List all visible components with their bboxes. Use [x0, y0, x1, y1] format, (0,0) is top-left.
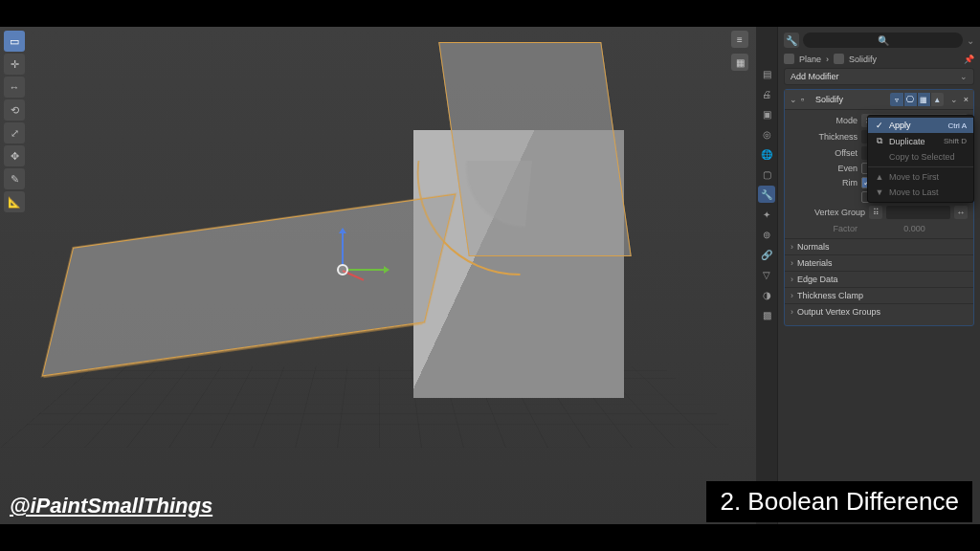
- toggle-editmode[interactable]: ▦: [917, 93, 930, 106]
- select-icon: ▭: [10, 35, 19, 48]
- constraints-icon: 🔗: [761, 250, 772, 260]
- tool-select-box[interactable]: ▭: [4, 31, 25, 52]
- vertex-group-invert-button[interactable]: ↔: [954, 206, 968, 219]
- tool-measure[interactable]: 📐: [4, 191, 25, 212]
- label-factor: Factor: [804, 224, 858, 233]
- modifier-name[interactable]: Solidify: [815, 95, 886, 104]
- subpanel-normals[interactable]: Normals: [785, 238, 973, 254]
- ctx-duplicate-shortcut: Shift D: [944, 137, 967, 145]
- mesh-plane-vertical[interactable]: [438, 42, 631, 256]
- tab-object-data[interactable]: ▽: [758, 266, 775, 283]
- subpanel-thickness-clamp[interactable]: Thickness Clamp: [785, 287, 973, 303]
- breadcrumb: Plane › Solidify 📌: [784, 54, 974, 64]
- annotate-icon: ✎: [11, 173, 19, 186]
- tool-transform[interactable]: ✥: [4, 145, 25, 166]
- watermark-text: @iPaintSmallThings: [10, 494, 212, 518]
- label-thickness: Thickness: [804, 132, 858, 142]
- duplicate-icon: ⧉: [875, 136, 884, 146]
- gizmo-axis-x[interactable]: [348, 269, 389, 271]
- material-icon: ◑: [763, 290, 771, 300]
- label-vertex-group: Vertex Group: [804, 208, 865, 217]
- tab-material[interactable]: ◑: [758, 286, 775, 303]
- pin-icon[interactable]: 📌: [964, 55, 974, 64]
- search-chevron-icon[interactable]: ⌄: [967, 35, 974, 46]
- tab-view-layer[interactable]: ▣: [758, 105, 775, 122]
- toggle-render[interactable]: ▿: [890, 93, 903, 106]
- tool-annotate[interactable]: ✎: [4, 168, 25, 189]
- breadcrumb-sep: ›: [826, 55, 829, 64]
- ctx-copy-to-selected[interactable]: Copy to Selected: [868, 149, 973, 165]
- scale-icon: ⤢: [11, 127, 19, 140]
- tool-scale[interactable]: ⤢: [4, 122, 25, 143]
- ctx-apply-label: Apply: [889, 121, 911, 130]
- ctx-separator: [868, 166, 973, 167]
- ctx-move-last[interactable]: ▼ Move to Last: [868, 185, 973, 200]
- modifier-context-menu: ✓ Apply Ctrl A ⧉ Duplicate Shift D Copy …: [867, 115, 974, 203]
- properties-search-input[interactable]: 🔍: [803, 33, 963, 48]
- tool-cursor[interactable]: ✛: [4, 54, 25, 75]
- check-icon: ✓: [875, 121, 884, 130]
- tab-output[interactable]: 🖨: [758, 85, 775, 102]
- row-factor: Factor 0.000: [804, 222, 968, 235]
- modifier-header[interactable]: ⌄ ▫ Solidify ▿ 🖵 ▦ ▲ ⌄ ×: [785, 90, 973, 110]
- tab-scene[interactable]: ◎: [758, 125, 775, 143]
- breadcrumb-object[interactable]: Plane: [799, 55, 821, 64]
- viewport-camera-button[interactable]: ▦: [731, 54, 748, 71]
- tab-constraints[interactable]: 🔗: [758, 246, 775, 263]
- texture-icon: ▩: [763, 310, 771, 320]
- ctx-move-last-label: Move to Last: [889, 187, 939, 197]
- ctx-apply-shortcut: Ctrl A: [947, 121, 967, 130]
- tab-object[interactable]: ▢: [758, 165, 775, 183]
- tab-render[interactable]: ▤: [758, 65, 775, 82]
- add-modifier-dropdown[interactable]: Add Modifier: [784, 68, 974, 85]
- ctx-apply[interactable]: ✓ Apply Ctrl A: [868, 118, 973, 133]
- tool-rotate[interactable]: ⟲: [4, 99, 25, 121]
- search-icon: 🔍: [878, 35, 889, 46]
- tool-move[interactable]: ↔: [4, 77, 25, 98]
- value-factor[interactable]: 0.000: [861, 222, 968, 235]
- tab-world[interactable]: 🌐: [758, 145, 775, 163]
- subpanel-materials[interactable]: Materials: [785, 254, 973, 271]
- gizmo-axis-z[interactable]: [342, 230, 344, 266]
- value-vertex-group[interactable]: [886, 206, 950, 219]
- subpanel-edge-data[interactable]: Edge Data: [785, 271, 973, 287]
- toggle-cage[interactable]: ▲: [930, 93, 944, 106]
- particles-icon: ✦: [763, 209, 770, 220]
- toggle-realtime[interactable]: 🖵: [903, 93, 917, 106]
- tab-texture[interactable]: ▩: [758, 306, 775, 323]
- ctx-move-first[interactable]: ▲ Move to First: [868, 169, 973, 185]
- ctx-duplicate[interactable]: ⧉ Duplicate Shift D: [868, 133, 973, 149]
- cursor-icon: ✛: [11, 58, 19, 71]
- gizmo-origin[interactable]: [337, 264, 348, 276]
- mesh-plane-flat[interactable]: [42, 194, 456, 377]
- tab-physics[interactable]: ⊚: [758, 226, 775, 243]
- object-data-icon: ▽: [763, 270, 770, 280]
- label-rim: Rim: [804, 178, 858, 187]
- grid-floor: [0, 366, 756, 448]
- modifier-close-button[interactable]: ×: [964, 95, 969, 104]
- add-modifier-label: Add Modifier: [791, 72, 839, 81]
- label-even: Even: [804, 164, 858, 173]
- triangle-down-icon: ▼: [875, 187, 884, 197]
- disclosure-icon[interactable]: ⌄: [790, 95, 797, 104]
- ctx-copy-label: Copy to Selected: [889, 152, 955, 162]
- breadcrumb-mod-icon: [834, 54, 844, 64]
- tab-particles[interactable]: ✦: [758, 206, 775, 223]
- vertex-group-icon[interactable]: ⠿: [869, 206, 882, 219]
- world-icon: 🌐: [761, 149, 772, 160]
- properties-search-row: 🔧 🔍 ⌄: [784, 33, 974, 48]
- view-layer-icon: ▣: [763, 109, 771, 120]
- properties-type-icon[interactable]: 🔧: [784, 33, 799, 48]
- caption-text: 2. Boolean Difference: [706, 481, 972, 522]
- viewport-3d[interactable]: ▭ ✛ ↔ ⟲ ⤢ ✥ ✎ 📐 ≡ ▦: [0, 27, 756, 524]
- wrench-icon: 🔧: [761, 189, 772, 200]
- viewport-top-right: ≡ ▦: [731, 31, 748, 71]
- rotate-icon: ⟲: [11, 104, 19, 117]
- modifier-menu-button[interactable]: ⌄: [950, 95, 958, 104]
- transform-gizmo[interactable]: [327, 237, 385, 295]
- viewport-options-button[interactable]: ≡: [731, 31, 748, 48]
- subpanel-output-vertex-groups[interactable]: Output Vertex Groups: [785, 303, 973, 320]
- breadcrumb-modifier[interactable]: Solidify: [849, 55, 877, 64]
- options-icon: ≡: [737, 34, 743, 45]
- tab-modifiers[interactable]: 🔧: [758, 186, 775, 203]
